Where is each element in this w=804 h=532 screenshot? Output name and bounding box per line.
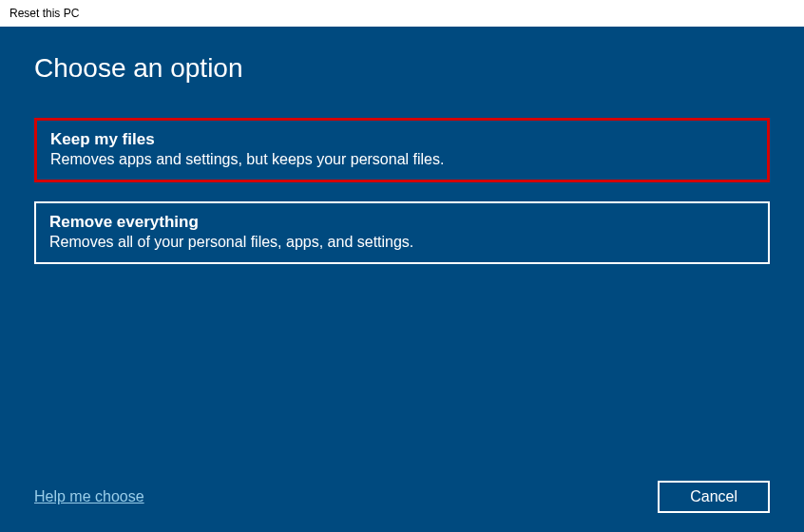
option-description: Removes all of your personal files, apps… [49, 234, 755, 251]
option-title: Remove everything [49, 213, 755, 232]
reset-pc-dialog: Choose an option Keep my files Removes a… [0, 27, 804, 532]
option-description: Removes apps and settings, but keeps you… [50, 151, 754, 168]
dialog-footer: Help me choose Cancel [34, 481, 770, 513]
option-keep-my-files[interactable]: Keep my files Removes apps and settings,… [34, 118, 770, 182]
options-list: Keep my files Removes apps and settings,… [34, 118, 770, 264]
option-remove-everything[interactable]: Remove everything Removes all of your pe… [34, 201, 770, 264]
window-titlebar: Reset this PC [0, 0, 804, 27]
page-title: Choose an option [34, 53, 770, 84]
help-me-choose-link[interactable]: Help me choose [34, 488, 144, 505]
cancel-button[interactable]: Cancel [658, 481, 770, 513]
option-title: Keep my files [50, 130, 754, 149]
window-title: Reset this PC [10, 7, 79, 20]
